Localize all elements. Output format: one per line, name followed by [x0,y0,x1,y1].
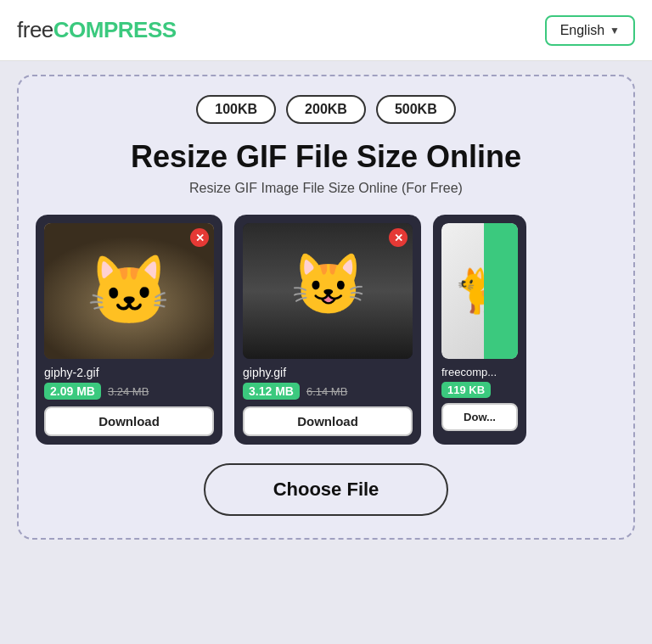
choose-file-wrap: Choose File [36,463,616,516]
main-content: 100KB 200KB 500KB Resize GIF File Size O… [0,61,652,644]
chevron-down-icon: ▼ [610,25,620,36]
size-info-2: 3.12 MB 6.14 MB [243,383,413,400]
language-selector[interactable]: English ▼ [545,15,635,46]
upload-container: 100KB 200KB 500KB Resize GIF File Size O… [17,75,635,540]
logo: freeCOMPRESS [17,17,177,43]
compressed-size-3: 119 KB [441,382,491,398]
file-preview-1: ✕ [44,223,214,359]
choose-file-button[interactable]: Choose File [204,463,449,516]
size-info-1: 2.09 MB 3.24 MB [44,383,214,400]
size-200kb-button[interactable]: 200KB [286,95,366,124]
file-preview-2: ✕ [243,223,413,359]
download-button-2[interactable]: Download [243,406,413,436]
partial-green-overlay [484,223,518,359]
logo-free-text: free [17,17,53,42]
file-cards-row: ✕ giphy-2.gif 2.09 MB 3.24 MB Download ✕… [36,215,616,445]
download-button-1[interactable]: Download [44,406,214,436]
file-preview-3 [441,223,518,359]
filename-1: giphy-2.gif [44,366,214,379]
download-button-3[interactable]: Dow... [441,403,518,431]
language-label: English [560,23,604,38]
filename-3: freecomp... [441,366,518,378]
file-card-2: ✕ giphy.gif 3.12 MB 6.14 MB Download [234,215,421,445]
original-size-2: 6.14 MB [306,385,347,398]
compressed-size-2: 3.12 MB [243,383,300,400]
size-info-3: 119 KB [441,382,518,403]
cat-image-1 [44,223,214,359]
compressed-size-1: 2.09 MB [44,383,101,400]
file-card-3: freecomp... 119 KB Dow... [433,215,526,445]
size-100kb-button[interactable]: 100KB [196,95,276,124]
size-200kb-label: 200KB [305,102,347,116]
logo-compress-text: COMPRESS [53,17,177,42]
size-500kb-button[interactable]: 500KB [376,95,456,124]
original-size-1: 3.24 MB [108,385,149,398]
size-presets-row: 100KB 200KB 500KB [36,95,616,124]
size-100kb-label: 100KB [215,102,257,116]
filename-2: giphy.gif [243,366,413,379]
choose-file-label: Choose File [273,479,379,500]
page-subtitle: Resize GIF Image File Size Online (For F… [36,181,616,196]
file-card-1: ✕ giphy-2.gif 2.09 MB 3.24 MB Download [36,215,222,445]
page-title: Resize GIF File Size Online [36,139,616,174]
header: freeCOMPRESS English ▼ [0,0,652,61]
size-500kb-label: 500KB [395,102,437,116]
cat-image-2 [243,223,413,359]
